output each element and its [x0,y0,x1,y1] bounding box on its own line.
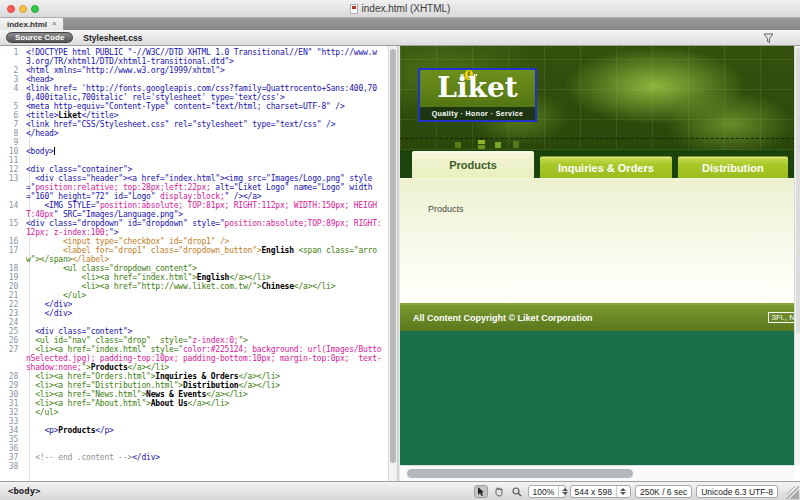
minimize-window-button[interactable] [19,5,27,13]
filter-icon[interactable] [763,33,774,44]
resize-grip[interactable] [786,486,799,499]
code-editor[interactable]: 1<!DOCTYPE html PUBLIC "-//W3C//DTD XHTM… [0,46,397,481]
editor-vertical-scrollbar[interactable] [388,46,397,481]
line-number: 16 [0,237,26,246]
line-number: 3 [0,75,26,84]
code-line[interactable]: 18 <ul class="dropdown_content"> [0,264,388,273]
code-line[interactable]: 13 <div class="header"><a href="index.ht… [0,174,388,201]
code-lines: 1<!DOCTYPE html PUBLIC "-//W3C//DTD XHTM… [0,48,388,471]
code-line[interactable]: 3<head> [0,75,388,84]
zoom-window-button[interactable] [31,5,39,13]
preview-size-stepper[interactable]: 544 x 598 [570,485,631,498]
preview-vertical-scrollbar[interactable] [794,46,800,465]
title-bar: index.html (XHTML) [0,0,800,18]
pointer-tool-button[interactable] [474,485,488,498]
code-line[interactable]: 37 <!-- end .content --></div> [0,453,388,462]
source-code-button[interactable]: Source Code [6,32,73,43]
line-number: 22 [0,300,26,309]
code-line[interactable]: 9 [0,138,388,147]
document-icon [350,4,358,14]
code-line[interactable]: 38 [0,462,388,471]
line-number: 15 [0,219,26,237]
code-line[interactable]: 31 <li><a href="About.html">About Us</a>… [0,399,388,408]
zoom-level-stepper[interactable]: 100% [528,485,566,498]
code-line[interactable]: 4<link href= 'http://fonts.googleapis.co… [0,84,388,102]
line-number: 1 [0,48,26,66]
code-line[interactable]: 36 [0,444,388,453]
code-line[interactable]: 20 <li><a href="http://www.liket.com.tw/… [0,282,388,291]
preview-footer: All Content Copyright © Liket Corporatio… [400,303,794,331]
code-line[interactable]: 24 [0,318,388,327]
code-line[interactable]: 30 <li><a href="News.html">News & Events… [0,390,388,399]
code-line[interactable]: 22 </div> [0,300,388,309]
code-line[interactable]: 7<link href="CSS/Stylesheet.css" rel="st… [0,120,388,129]
line-number: 6 [0,111,26,120]
code-line[interactable]: 21 </ul> [0,291,388,300]
code-line[interactable]: 28 <li><a href="Orders.html">Inquiries &… [0,372,388,381]
close-tab-icon[interactable]: × [52,20,57,28]
window-title: index.html (XHTML) [362,3,451,14]
code-line[interactable]: 5<meta http-equiv="Content-Type" content… [0,102,388,111]
code-line[interactable]: 33 [0,417,388,426]
line-number: 14 [0,201,26,219]
preview-tab-products[interactable]: Products [412,151,534,178]
hand-tool-button[interactable] [492,485,506,498]
tab-label: index.html [7,20,47,29]
document-tab-bar: index.html × [0,18,800,30]
code-line[interactable]: 29 <li><a href="Distribution.html">Distr… [0,381,388,390]
dom-path[interactable]: <body> [8,486,41,496]
line-number: 7 [0,120,26,129]
code-line[interactable]: 25 <div class="content"> [0,327,388,336]
page-stats-badge: 250K / 6 sec [635,485,692,498]
line-number: 29 [0,381,26,390]
code-line[interactable]: 15<div class="dropdown" id="dropdown" st… [0,219,388,237]
line-number: 4 [0,84,26,102]
tab-index-html[interactable]: index.html × [0,18,64,30]
code-line[interactable]: 14 <IMG STYLE="position:absolute; TOP:81… [0,201,388,219]
preview-horizontal-scrollbar[interactable] [400,465,794,481]
line-number: 34 [0,426,26,435]
code-line[interactable]: 19 <li><a href="index.html">English</a><… [0,273,388,282]
code-line[interactable]: 34 <p>Products</p> [0,426,388,435]
code-line[interactable]: 23 </div> [0,309,388,318]
code-line[interactable]: 6<title>Liket</title> [0,111,388,120]
code-line[interactable]: 32 </ul> [0,408,388,417]
window-title-group: index.html (XHTML) [350,3,451,14]
line-number: 33 [0,417,26,426]
line-number: 36 [0,444,26,453]
editor-scrollbar-thumb[interactable] [390,49,396,463]
line-number: 18 [0,264,26,273]
code-line[interactable]: 10<body> [0,147,388,156]
liket-logo[interactable]: "0" Liket Quality · Honor · Service [418,68,537,122]
line-number: 21 [0,291,26,300]
page-stats-value: 250K / 6 sec [640,487,687,497]
stepper-arrows-icon[interactable] [558,486,568,497]
zoom-tool-button[interactable] [510,485,524,498]
code-line[interactable]: 26 <ul id="nav" class="drop" style="z-in… [0,336,388,345]
stepper-arrows-icon[interactable] [616,486,626,497]
magnifier-icon [512,487,522,497]
preview-hscroll-thumb[interactable] [407,469,633,478]
app-window: index.html (XHTML) index.html × Source C… [0,0,800,500]
preview-vscroll-thumb[interactable] [796,48,800,333]
line-number: 35 [0,435,26,444]
status-bar: <body> 100% 544 x 598 250K / 6 sec [0,481,800,500]
code-line[interactable]: 27 <li><a href="index.html" style="color… [0,345,388,372]
line-number: 26 [0,336,26,345]
code-line[interactable]: 2<html xmlns="http://www.w3.org/1999/xht… [0,66,388,75]
code-line[interactable]: 8</head> [0,129,388,138]
header-dashed-divider [400,138,794,139]
code-line[interactable]: 12<div class="container"> [0,165,388,174]
code-line[interactable]: 1<!DOCTYPE html PUBLIC "-//W3C//DTD XHTM… [0,48,388,66]
code-line[interactable]: 11 [0,156,388,165]
stylesheet-tab[interactable]: Stylesheet.css [83,33,142,43]
encoding-value: Unicode 6.3 UTF-8 [701,487,773,497]
line-number: 11 [0,156,26,165]
encoding-selector[interactable]: Unicode 6.3 UTF-8 [696,485,778,498]
code-line[interactable]: 16 <input type="checkbox" id="drop1" /> [0,237,388,246]
code-line[interactable]: 17 <label for="drop1" class="dropdown_bu… [0,246,388,264]
code-line[interactable]: 35 [0,435,388,444]
close-window-button[interactable] [7,5,15,13]
preview-tab-inquiries-orders[interactable]: Inquiries & Orders [540,156,672,178]
preview-tab-distribution[interactable]: Distribution [678,156,788,178]
